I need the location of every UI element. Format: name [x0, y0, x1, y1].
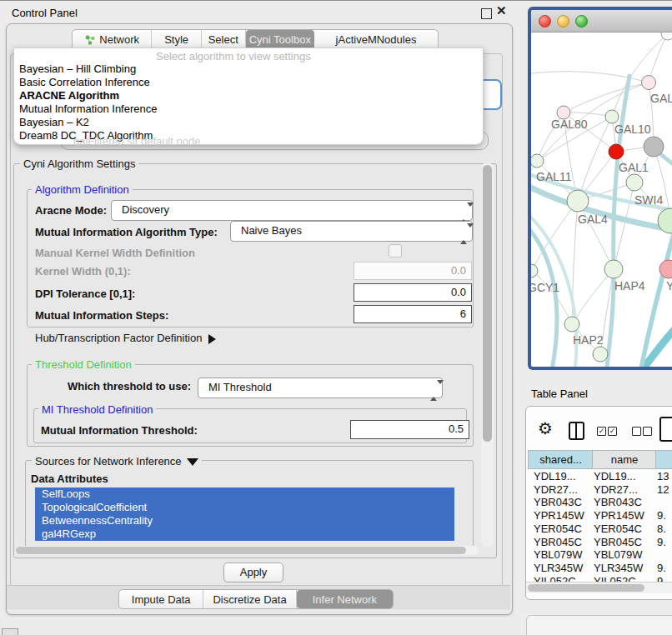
mi-algorithm-type-combo[interactable]: Naive Bayes [230, 221, 473, 242]
which-threshold-combo[interactable]: MI Threshold [198, 378, 443, 398]
column-divider [575, 423, 577, 438]
settings-vertical-scrollbar[interactable] [481, 162, 494, 547]
which-threshold-value: MI Threshold [208, 381, 272, 393]
attribute-item-selfloops[interactable]: SelfLoops [35, 488, 454, 501]
tab-style[interactable]: Style [152, 30, 202, 49]
table-row[interactable]: YER054CYER054C8. [526, 522, 672, 535]
table-row[interactable]: YBR043CYBR043C [526, 495, 672, 508]
tab-jactivemnodules[interactable]: jActiveMNodules [314, 30, 438, 49]
table-cell: YBL079W [534, 548, 583, 561]
column-header-2[interactable] [655, 450, 672, 469]
network-node-label: HAP4 [614, 279, 645, 292]
network-node-swi4[interactable] [626, 174, 643, 191]
sources-group-title[interactable]: Sources for Network Inference [32, 455, 202, 468]
tab-style-label: Style [164, 33, 188, 46]
network-node-label: SWI4 [634, 193, 663, 207]
settings-horizontal-scrollbar[interactable] [15, 546, 479, 555]
table-cell: YBR045C [534, 536, 582, 548]
mi-threshold-field[interactable]: 0.5 [350, 420, 469, 439]
minimize-traffic-light[interactable] [557, 15, 569, 28]
attribute-item-gal4rgexp[interactable]: gal4RGexp [35, 528, 454, 541]
attribute-item-topologicalcoefficient[interactable]: TopologicalCoefficient [35, 501, 454, 514]
aracne-mode-combo[interactable]: Discovery [111, 200, 473, 221]
manual-kernel-width-label: Manual Kernel Width Definition [35, 247, 195, 259]
collapsed-panel-icon[interactable] [2, 628, 18, 635]
tab-discretize-data-label: Discretize Data [213, 593, 286, 606]
table-row[interactable]: YBL079WYBL079W [526, 548, 672, 561]
clear-checks-icon[interactable] [632, 427, 641, 436]
algorithm-dropdown[interactable]: Select algorithm to view settings Bayesi… [13, 48, 484, 145]
table-horizontal-scrollbar[interactable] [526, 582, 672, 593]
tab-infer-network[interactable]: Infer Network [297, 590, 393, 608]
collapsed-bottom-panel [526, 615, 672, 635]
network-node[interactable] [644, 137, 664, 157]
combo-stepper-icon [460, 204, 467, 222]
table-cell: YDL19... [534, 470, 576, 482]
table-cell: 9. [657, 509, 666, 522]
table-row[interactable]: YDL19...YDL19...13 [526, 469, 672, 482]
clear-checks-icon[interactable] [643, 427, 652, 436]
tab-network[interactable]: Network [73, 30, 152, 49]
tab-cyni-toolbox[interactable]: Cyni Toolbox [246, 30, 314, 49]
algorithm-option-mutual-information-inference[interactable]: Mutual Information Inference [14, 102, 483, 116]
algorithm-option-bayesian-k2[interactable]: Bayesian – K2 [14, 116, 483, 129]
select-all-checks-icon[interactable]: ✓ [608, 427, 617, 436]
table-cell: YPR145W [534, 509, 584, 522]
screen: Control Panel ✕ NetworkStyleSelectCyni T… [0, 0, 672, 635]
tab-select[interactable]: Select [202, 30, 246, 49]
tab-discretize-data[interactable]: Discretize Data [203, 590, 296, 608]
network-node-gal11[interactable] [531, 154, 544, 168]
network-edge [564, 112, 612, 117]
table-row[interactable]: YDR27...YDR27...12 [526, 482, 672, 496]
network-node-label: GAL1 [619, 161, 649, 174]
algorithm-option-basic-correlation-inference[interactable]: Basic Correlation Inference [14, 76, 483, 89]
kernel-width-label: Kernel Width (0,1): [35, 265, 131, 278]
network-node[interactable] [593, 347, 608, 362]
settings-horizontal-scrollbar-thumb[interactable] [16, 547, 466, 554]
mi-threshold-group-title: MI Threshold Definition [38, 403, 156, 416]
tab-impute-data[interactable]: Impute Data [119, 590, 203, 608]
mi-algorithm-type-label: Mutual Information Algorithm Type: [35, 226, 218, 238]
mi-steps-field[interactable]: 6 [354, 305, 472, 323]
apply-button[interactable]: Apply [223, 562, 283, 582]
network-node-hap4[interactable] [604, 260, 623, 278]
settings-gear-icon[interactable]: ⚙ [538, 418, 553, 438]
close-traffic-light[interactable] [539, 15, 551, 28]
network-node-gal4[interactable] [567, 190, 589, 212]
document-icon[interactable] [659, 417, 672, 442]
table-row[interactable]: YPR145WYPR145W9. [526, 508, 672, 522]
network-node-label: GAL [650, 92, 672, 105]
table-row[interactable]: YLR345WYLR345W9. [526, 561, 672, 574]
network-node-hap2[interactable] [564, 317, 579, 332]
algorithm-dropdown-list: Bayesian – Hill ClimbingBasic Correlatio… [14, 62, 483, 142]
tab-select-label: Select [208, 33, 238, 46]
network-node-gal[interactable] [642, 76, 656, 90]
dpi-tolerance-label: DPI Tolerance [0,1]: [35, 288, 135, 300]
table-row[interactable]: YBR045CYBR045C9. [526, 535, 672, 548]
settings-vertical-scrollbar-thumb[interactable] [483, 165, 492, 442]
network-node[interactable] [661, 32, 672, 40]
network-node-gal10[interactable] [605, 110, 619, 123]
select-all-checks-icon[interactable]: ✓ [597, 427, 606, 436]
table-horizontal-scrollbar-thumb[interactable] [528, 584, 644, 592]
tab-jactivemnodules-label: jActiveMNodules [336, 33, 417, 46]
network-node-gal1[interactable] [609, 144, 624, 159]
network-edge [649, 33, 668, 82]
network-window-titlebar[interactable] [531, 10, 672, 32]
network-canvas[interactable]: GALGAL80GAL10GAL1GAL11SWI4GAL4GCY1HAP4YH… [531, 32, 672, 368]
attribute-item-betweennesscentrality[interactable]: BetweennessCentrality [35, 514, 454, 528]
dpi-tolerance-field[interactable]: 0.0 [354, 283, 472, 302]
close-icon[interactable]: ✕ [496, 3, 507, 18]
float-window-icon[interactable] [481, 8, 492, 19]
column-header-shared[interactable]: shared... [528, 450, 594, 469]
algorithm-option-bayesian-hill-climbing[interactable]: Bayesian – Hill Climbing [14, 62, 483, 76]
column-layout-icon[interactable] [569, 422, 584, 440]
algorithm-option-aracne-algorithm[interactable]: ARACNE Algorithm [14, 89, 483, 102]
algorithm-definition-title: Algorithm Definition [32, 183, 133, 196]
hub-definition-toggle[interactable]: Hub/Transcription Factor Definition [35, 332, 216, 344]
network-node-label: GAL11 [536, 170, 572, 183]
column-header-name[interactable]: name [592, 450, 657, 469]
network-view-window[interactable]: GALGAL80GAL10GAL1GAL11SWI4GAL4GCY1HAP4YH… [528, 7, 672, 370]
zoom-traffic-light[interactable] [575, 15, 588, 28]
table-cell: 9. [657, 536, 666, 548]
